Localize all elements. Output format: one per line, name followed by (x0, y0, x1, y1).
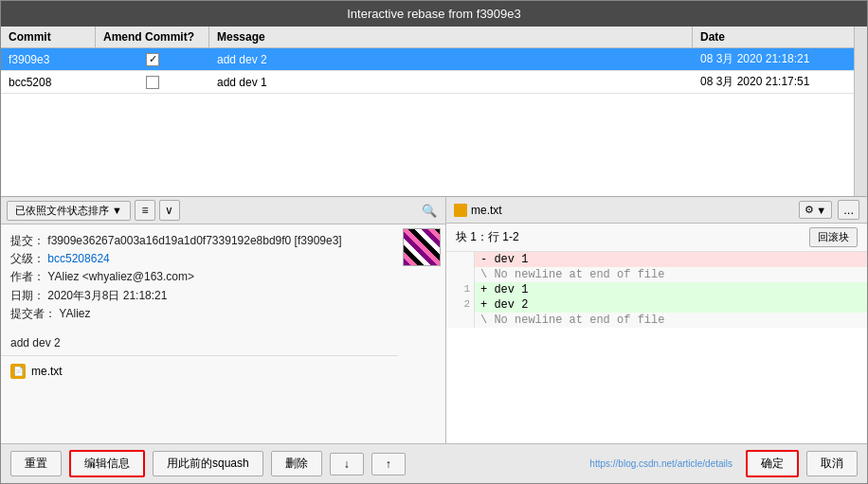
date-line: 日期： 2020年3月8日 21:18:21 (10, 287, 389, 305)
diff-line-num (446, 267, 475, 282)
reset-button[interactable]: 重置 (10, 451, 62, 476)
more-button[interactable]: ... (838, 200, 859, 220)
gear-button[interactable]: ⚙ ▼ (799, 201, 832, 219)
file-icon-label: 📄 (13, 367, 24, 376)
avatar (403, 228, 441, 266)
author-value: YAliez <whyaliez@163.com> (47, 270, 194, 283)
rollback-label: 回滚块 (818, 231, 849, 242)
diff-line-removed: - dev 1 (446, 252, 867, 267)
arrow-icon-button[interactable]: ∨ (159, 200, 180, 221)
sort-button[interactable]: 已依照文件状态排序 ▼ (7, 201, 131, 221)
squash-button[interactable]: 用此前的squash (153, 451, 263, 476)
file-item[interactable]: 📄 me.txt (10, 360, 389, 383)
label-parent: 父级： (10, 252, 45, 265)
commit-hash-cell: bcc5208 (1, 73, 96, 92)
commit-full-hash: f3909e36267a003a16d19a1d0f7339192e8bd9f0… (47, 234, 341, 247)
dropdown-arrow-icon: ▼ (112, 205, 122, 216)
sort-label: 已依照文件状态排序 (15, 205, 109, 216)
table-scrollbar[interactable] (854, 27, 867, 196)
diff-line-num (446, 252, 475, 267)
file-name: me.txt (31, 365, 63, 378)
commit-message: add dev 2 (1, 331, 398, 355)
left-toolbar: 已依照文件状态排序 ▼ ≡ ∨ 🔍 (1, 197, 445, 224)
bottom-buttons: 重置 编辑信息 用此前的squash 删除 ↓ ↑ https://blog.c… (1, 443, 867, 483)
date-cell: 08 3月 2020 21:17:51 (693, 71, 854, 93)
diff-line-text: + dev 1 (475, 282, 867, 297)
file-tab: me.txt (454, 204, 502, 217)
file-list-area: 📄 me.txt (1, 355, 398, 386)
diff-line-neutral: \ No newline at end of file (446, 267, 867, 282)
date-cell: 08 3月 2020 21:18:21 (693, 48, 854, 70)
table-header: Commit Amend Commit? Message Date (1, 27, 854, 48)
title-bar: Interactive rebase from f3909e3 (1, 1, 867, 27)
cancel-button[interactable]: 取消 (806, 451, 858, 476)
search-icon: 🔍 (422, 204, 437, 218)
message-cell: add dev 2 (209, 50, 693, 69)
author-line: 作者： YAliez <whyaliez@163.com> (10, 268, 389, 286)
submitter-value: YAliez (59, 307, 90, 320)
list-icon-button[interactable]: ≡ (135, 200, 155, 221)
th-commit: Commit (1, 27, 96, 47)
diff-range-label: 块 1：行 1-2 (456, 229, 519, 245)
submitter-line: 提交者： YAliez (10, 305, 389, 323)
rollback-button[interactable]: 回滚块 (809, 227, 858, 247)
amend-checkbox[interactable] (146, 53, 159, 66)
arrow-down-icon: ∨ (165, 204, 173, 217)
move-up-button[interactable]: ↑ (371, 453, 406, 475)
diff-header: 块 1：行 1-2 回滚块 (446, 224, 867, 252)
gear-dropdown-icon: ▼ (816, 205, 826, 216)
th-amend: Amend Commit? (96, 27, 209, 47)
left-panel: 已依照文件状态排序 ▼ ≡ ∨ 🔍 (1, 197, 446, 443)
window-title: Interactive rebase from f3909e3 (347, 7, 521, 21)
amend-checkbox-cell[interactable] (96, 73, 209, 92)
gear-icon: ⚙ (805, 204, 814, 216)
delete-button[interactable]: 删除 (271, 451, 322, 476)
diff-line-text: \ No newline at end of file (475, 313, 867, 328)
diff-content: - dev 1 \ No newline at end of file 1 + … (446, 252, 867, 443)
diff-line-text: - dev 1 (475, 252, 867, 267)
file-type-icon: 📄 (10, 364, 26, 379)
left-content: 提交： f3909e36267a003a16d19a1d0f7339192e8b… (1, 224, 445, 443)
main-window: Interactive rebase from f3909e3 Commit A… (0, 0, 868, 484)
table-row[interactable]: f3909e3 add dev 2 08 3月 2020 21:18:21 (1, 48, 854, 71)
commit-info-area: 提交： f3909e36267a003a16d19a1d0f7339192e8b… (1, 224, 398, 443)
move-down-button[interactable]: ↓ (330, 453, 364, 475)
commit-hash-cell: f3909e3 (1, 50, 96, 69)
right-toolbar: me.txt ⚙ ▼ ... (446, 197, 867, 224)
edit-info-button[interactable]: 编辑信息 (69, 450, 145, 477)
commit-table-area: Commit Amend Commit? Message Date f3909e… (1, 27, 867, 197)
more-icon: ... (843, 203, 854, 217)
th-date: Date (693, 27, 854, 47)
commit-hash-line: 提交： f3909e36267a003a16d19a1d0f7339192e8b… (10, 232, 389, 250)
search-button[interactable]: 🔍 (419, 200, 440, 221)
date-value: 2020年3月8日 21:18:21 (47, 289, 167, 302)
diff-line-num (446, 313, 475, 328)
label-submitter: 提交者： (10, 307, 56, 320)
diff-line-num: 1 (446, 282, 475, 297)
list-icon: ≡ (141, 204, 148, 217)
commit-info: 提交： f3909e36267a003a16d19a1d0f7339192e8b… (1, 224, 398, 331)
parent-hash-link[interactable]: bcc5208624 (47, 252, 109, 265)
avatar-area (398, 224, 445, 443)
diff-line-num: 2 (446, 297, 475, 313)
message-cell: add dev 1 (209, 73, 693, 92)
diff-line-text: \ No newline at end of file (475, 267, 867, 282)
bottom-area: 已依照文件状态排序 ▼ ≡ ∨ 🔍 (1, 197, 867, 483)
right-panel: me.txt ⚙ ▼ ... 块 1：行 1-2 回滚块 (446, 197, 867, 443)
label-commit: 提交： (10, 234, 45, 247)
table-row[interactable]: bcc5208 add dev 1 08 3月 2020 21:17:51 (1, 71, 854, 94)
label-author: 作者： (10, 270, 45, 283)
label-date: 日期： (10, 289, 45, 302)
confirm-button[interactable]: 确定 (746, 450, 799, 477)
th-message: Message (209, 27, 693, 47)
amend-checkbox[interactable] (146, 76, 159, 89)
parent-line: 父级： bcc5208624 (10, 250, 389, 268)
diff-line-added: 1 + dev 1 (446, 282, 867, 297)
file-tab-icon (454, 204, 467, 217)
bottom-top: 已依照文件状态排序 ▼ ≡ ∨ 🔍 (1, 197, 867, 443)
amend-checkbox-cell[interactable] (96, 50, 209, 69)
right-file-name: me.txt (471, 204, 502, 217)
diff-line-neutral: \ No newline at end of file (446, 313, 867, 328)
diff-line-text: + dev 2 (475, 297, 867, 313)
url-note: https://blog.csdn.net/article/details (589, 458, 732, 469)
